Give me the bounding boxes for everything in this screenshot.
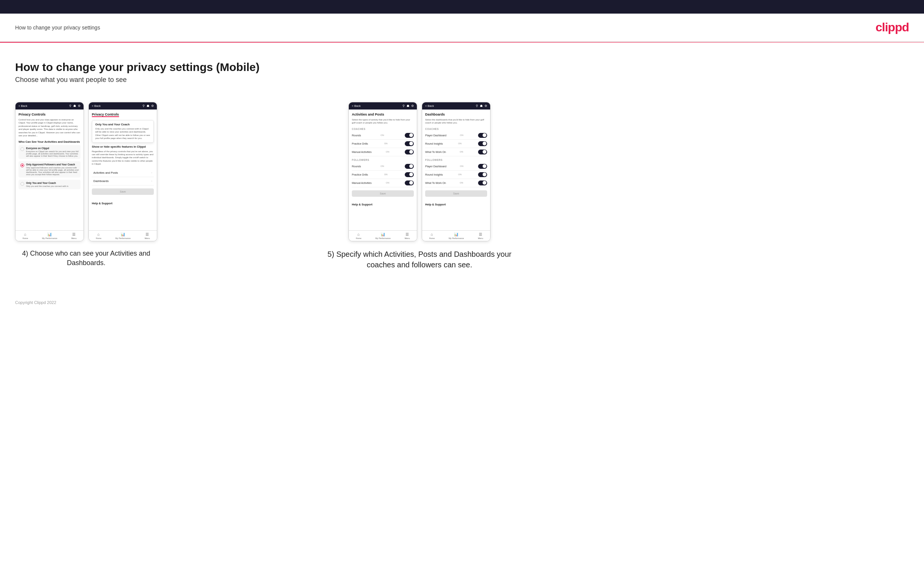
tab-menu-3[interactable]: ☰ Menu [405, 232, 410, 239]
tab-home-label-2: Home [96, 237, 102, 239]
toggle-followers-what-work: What To Work On ON [425, 179, 487, 187]
search-icon[interactable]: ⚲ [69, 104, 71, 108]
menu-icon-3[interactable]: ⚙ [411, 104, 414, 108]
save-button-3[interactable]: Save [352, 190, 414, 197]
privacy-body-text: Control how you and your data appears to… [18, 118, 81, 137]
menu-icon[interactable]: ⚙ [78, 104, 81, 108]
tab-home-4[interactable]: ⌂ Home [429, 232, 435, 239]
copyright: Copyright Clippd 2022 [15, 300, 56, 305]
help-support-2: Help & Support [92, 201, 154, 205]
coaches-round-insights-toggle[interactable] [478, 141, 487, 146]
show-hide-title: Show or hide specific features in Clippd [92, 145, 154, 148]
radio-everyone[interactable]: Everyone on Clippd Everyone on Clippd ca… [18, 145, 81, 159]
profile-icon-4[interactable]: ☗ [480, 104, 483, 108]
coaches-drills-toggle[interactable] [405, 141, 414, 146]
tab-performance-1[interactable]: 📊 My Performance [42, 232, 57, 239]
toggle-coaches-rounds: Rounds ON [352, 131, 414, 140]
show-hide-text: Regardless of the privacy controls that … [92, 150, 154, 166]
tab-home-label-1: Home [23, 237, 28, 239]
save-button-2[interactable]: Save [92, 189, 154, 195]
menu-icon-tab-3: ☰ [405, 232, 409, 236]
followers-round-insights-toggle[interactable] [478, 172, 487, 177]
tab-menu-2[interactable]: ☰ Menu [145, 232, 150, 239]
coaches-what-work-toggle[interactable] [478, 150, 487, 155]
coaches-player-dash-toggle[interactable] [478, 133, 487, 138]
coaches-rounds-toggle[interactable] [405, 133, 414, 138]
coaches-player-dash-label: Player Dashboard [425, 134, 446, 137]
followers-player-dash-toggle[interactable] [478, 164, 487, 169]
chevron-dashboards: › [151, 179, 152, 183]
back-button-2[interactable]: < Back [92, 104, 100, 108]
radio-circle-approved [20, 163, 24, 167]
topbar-icons-3: ⚲ ☗ ⚙ [402, 104, 414, 108]
screenshot-group-1: < Back ⚲ ☗ ⚙ Privacy Controls Control ho… [15, 102, 157, 268]
back-button-3[interactable]: < Back [352, 104, 360, 108]
search-icon-2[interactable]: ⚲ [142, 104, 145, 108]
tab-home-1[interactable]: ⌂ Home [23, 232, 28, 239]
privacy-controls-tab[interactable]: Privacy Controls [92, 113, 119, 116]
tab-home-2[interactable]: ⌂ Home [96, 232, 102, 239]
followers-what-work-on: ON [460, 182, 463, 184]
main-content: How to change your privacy settings (Mob… [0, 43, 529, 293]
tab-menu-label-2: Menu [145, 237, 150, 239]
toggle-coaches-round-insights: Round Insights ON [425, 140, 487, 148]
search-icon-3[interactable]: ⚲ [402, 104, 405, 108]
tab-performance-label-3: My Performance [375, 237, 390, 239]
profile-icon-3[interactable]: ☗ [407, 104, 409, 108]
phone-tabs-4: ⌂ Home 📊 My Performance ☰ Menu [422, 230, 490, 241]
tab-home-3[interactable]: ⌂ Home [356, 232, 362, 239]
chevron-activities: › [151, 171, 152, 174]
phone-topbar-1: < Back ⚲ ☗ ⚙ [16, 102, 84, 110]
phone-topbar-4: < Back ⚲ ☗ ⚙ [422, 102, 490, 110]
breadcrumb: How to change your privacy settings [15, 24, 100, 31]
performance-icon-2: 📊 [121, 232, 125, 236]
menu-activities[interactable]: Activities and Posts › [92, 169, 154, 177]
back-button-4[interactable]: < Back [425, 104, 434, 108]
followers-label-4: FOLLOWERS [425, 159, 487, 161]
help-support-4: Help & Support [425, 203, 487, 206]
followers-drills-toggle[interactable] [405, 172, 414, 177]
performance-icon-1: 📊 [47, 232, 52, 236]
header: How to change your privacy settings clip… [0, 14, 924, 42]
profile-icon-2[interactable]: ☗ [147, 104, 149, 108]
topbar-icons-2: ⚲ ☗ ⚙ [142, 104, 154, 108]
tab-menu-1[interactable]: ☰ Menu [71, 232, 77, 239]
performance-icon-4: 📊 [454, 232, 459, 236]
coaches-manual-toggle[interactable] [405, 150, 414, 155]
page-title: How to change your privacy settings (Mob… [15, 61, 514, 74]
followers-what-work-toggle[interactable] [478, 181, 487, 185]
tab-performance-3[interactable]: 📊 My Performance [375, 232, 390, 239]
tab-performance-4[interactable]: 📊 My Performance [449, 232, 464, 239]
radio-approved[interactable]: Only Approved Followers and Your Coach O… [18, 161, 81, 177]
search-icon-4[interactable]: ⚲ [476, 104, 478, 108]
profile-icon[interactable]: ☗ [73, 104, 76, 108]
tab-performance-2[interactable]: 📊 My Performance [115, 232, 130, 239]
coaches-player-dash-on: ON [460, 134, 463, 136]
home-icon-2: ⌂ [97, 232, 100, 236]
caption-1: 4) Choose who can see your Activities an… [18, 249, 154, 268]
menu-icon-4[interactable]: ⚙ [485, 104, 487, 108]
menu-icon-2[interactable]: ⚙ [151, 104, 154, 108]
toggle-coaches-player-dash: Player Dashboard ON [425, 131, 487, 140]
menu-dashboards[interactable]: Dashboards › [92, 177, 154, 185]
coaches-label-4: COACHES [425, 127, 487, 130]
who-can-see-title: Who Can See Your Activities and Dashboar… [18, 140, 81, 143]
popup-title: Only You and Your Coach [95, 123, 150, 126]
save-button-4[interactable]: Save [425, 190, 487, 197]
radio-only-you[interactable]: Only You and Your Coach Only you and the… [18, 180, 81, 189]
radio-circle-only-you [20, 182, 24, 186]
phone-screen-4: < Back ⚲ ☗ ⚙ Dashboards Select the dashb… [422, 102, 491, 241]
home-icon-3: ⌂ [357, 232, 360, 236]
tab-menu-4[interactable]: ☰ Menu [478, 232, 483, 239]
back-button-1[interactable]: < Back [18, 104, 27, 108]
home-icon-4: ⌂ [431, 232, 433, 236]
followers-manual-toggle[interactable] [405, 181, 414, 185]
dashboards-label: Dashboards [93, 179, 108, 183]
topbar-icons-4: ⚲ ☗ ⚙ [476, 104, 487, 108]
followers-drills-on: ON [384, 173, 388, 176]
radio-label-approved: Only Approved Followers and Your Coach [26, 163, 79, 166]
tab-home-label-3: Home [356, 237, 362, 239]
menu-icon-tab-4: ☰ [479, 232, 482, 236]
dashboards-desc: Select the dashboards that you'd like to… [425, 118, 487, 125]
followers-rounds-toggle[interactable] [405, 164, 414, 169]
